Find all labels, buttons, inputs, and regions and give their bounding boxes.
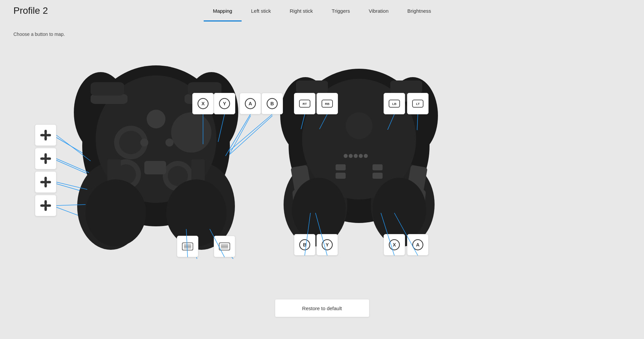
svg-rect-64	[390, 80, 422, 93]
svg-text:X: X	[393, 242, 396, 247]
a-button[interactable]: A	[240, 93, 261, 114]
svg-rect-40	[144, 161, 166, 174]
restore-default-button[interactable]: Restore to default	[275, 299, 369, 317]
tab-left-stick[interactable]: Left stick	[242, 0, 280, 21]
svg-point-43	[86, 179, 146, 246]
svg-text:Y: Y	[223, 101, 226, 106]
svg-point-54	[354, 154, 358, 158]
lt-button[interactable]: LT	[407, 93, 429, 114]
back-x-button[interactable]: X	[384, 234, 405, 256]
svg-text:B: B	[303, 242, 306, 247]
tab-mapping[interactable]: Mapping	[203, 0, 242, 21]
x-button[interactable]: X	[192, 93, 214, 114]
svg-text:A: A	[249, 101, 252, 106]
page-title: Profile 2	[13, 5, 48, 16]
back-y-button[interactable]: Y	[316, 234, 338, 256]
svg-point-56	[364, 154, 368, 158]
tab-brightness[interactable]: Brightness	[398, 0, 441, 21]
svg-point-55	[359, 154, 363, 158]
svg-point-53	[349, 154, 353, 158]
svg-text:X: X	[201, 101, 205, 106]
svg-rect-38	[91, 82, 124, 96]
instruction-text: Choose a button to map.	[0, 21, 644, 42]
svg-point-66	[373, 178, 426, 241]
rb-button[interactable]: RB	[316, 93, 338, 114]
back-b-button[interactable]: B	[294, 234, 315, 256]
lb-button[interactable]: LB	[384, 93, 405, 114]
tab-triggers[interactable]: Triggers	[322, 0, 359, 21]
front-paddle-bottom-right[interactable]	[214, 236, 235, 257]
svg-text:LT: LT	[416, 102, 420, 106]
svg-point-34	[165, 138, 174, 147]
main-content: X Y A B RT RB	[0, 42, 644, 337]
svg-rect-63	[296, 80, 328, 93]
svg-text:RB: RB	[325, 102, 330, 106]
b-button[interactable]: B	[261, 93, 283, 114]
tab-right-stick[interactable]: Right stick	[280, 0, 322, 21]
header: Profile 2 Mapping Left stick Right stick…	[0, 0, 644, 21]
svg-point-35	[140, 138, 148, 147]
svg-rect-67	[336, 164, 346, 170]
svg-point-32	[171, 112, 211, 153]
svg-point-51	[346, 112, 373, 139]
y-button[interactable]: Y	[214, 93, 235, 114]
svg-rect-70	[373, 173, 383, 179]
paddle-bl1-button[interactable]	[35, 171, 56, 193]
tab-vibration[interactable]: Vibration	[359, 0, 398, 21]
back-controller-image	[275, 45, 443, 253]
rt-button[interactable]: RT	[294, 93, 315, 114]
front-controller-image	[67, 45, 245, 253]
svg-text:B: B	[270, 101, 274, 106]
nav-tabs: Mapping Left stick Right stick Triggers …	[203, 0, 440, 21]
paddle-bl2-button[interactable]	[35, 195, 56, 216]
svg-point-27	[119, 131, 143, 154]
svg-rect-68	[336, 173, 346, 179]
paddle-tl2-button[interactable]	[35, 148, 56, 169]
paddle-tl1-button[interactable]	[35, 124, 56, 146]
svg-point-52	[344, 154, 348, 158]
svg-point-65	[292, 178, 346, 241]
svg-text:RT: RT	[303, 102, 307, 106]
front-paddle-bottom-left[interactable]	[177, 236, 198, 257]
svg-text:Y: Y	[326, 242, 329, 247]
back-a-button[interactable]: A	[407, 234, 429, 256]
svg-text:LB: LB	[392, 102, 397, 106]
svg-text:A: A	[416, 242, 420, 247]
svg-point-33	[147, 110, 165, 128]
svg-rect-69	[373, 164, 383, 170]
